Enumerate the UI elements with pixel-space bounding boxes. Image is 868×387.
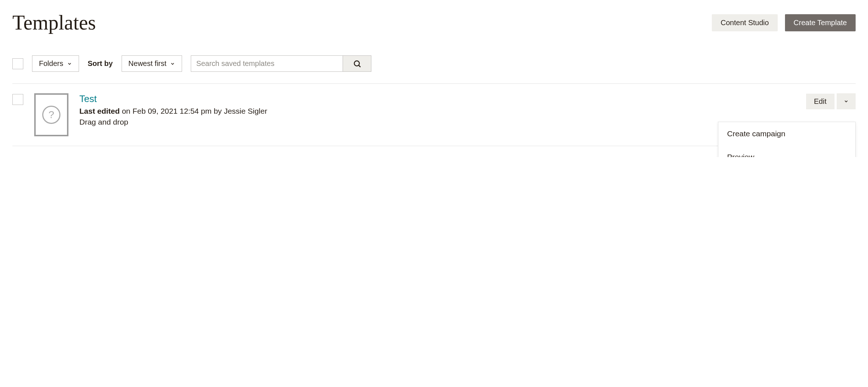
folders-select[interactable]: Folders — [32, 55, 79, 72]
search-icon — [353, 59, 362, 68]
folders-label: Folders — [39, 59, 63, 68]
template-row: ? Test Last edited on Feb 09, 2021 12:54… — [12, 84, 856, 146]
search-input[interactable] — [191, 55, 343, 72]
dropdown-item-preview[interactable]: Preview — [718, 145, 855, 157]
row-checkbox[interactable] — [12, 94, 23, 105]
content-studio-button[interactable]: Content Studio — [712, 14, 777, 31]
actions-dropdown: Create campaign Preview Export as HTML S… — [718, 122, 856, 157]
chevron-down-icon — [170, 61, 175, 66]
page-header: Templates Content Studio Create Template — [12, 11, 856, 34]
toolbar: Folders Sort by Newest first — [12, 55, 856, 84]
header-actions: Content Studio Create Template — [712, 14, 856, 31]
select-all-checkbox[interactable] — [12, 58, 23, 69]
search-group — [191, 55, 371, 72]
svg-line-1 — [359, 65, 360, 67]
dropdown-item-create-campaign[interactable]: Create campaign — [718, 122, 855, 145]
last-edited-value: on Feb 09, 2021 12:54 pm by Jessie Sigle… — [120, 107, 267, 115]
template-name-link[interactable]: Test — [79, 93, 856, 105]
chevron-down-icon — [67, 61, 72, 66]
sort-by-label: Sort by — [88, 59, 113, 68]
template-thumbnail[interactable]: ? — [34, 93, 68, 136]
page-title: Templates — [12, 11, 96, 34]
row-checkbox-wrap — [12, 93, 23, 105]
create-template-button[interactable]: Create Template — [785, 14, 856, 31]
template-meta: Last edited on Feb 09, 2021 12:54 pm by … — [79, 107, 856, 116]
search-button[interactable] — [343, 55, 371, 72]
chevron-down-icon — [844, 99, 849, 104]
edit-button[interactable]: Edit — [806, 94, 835, 109]
sort-value: Newest first — [129, 59, 166, 68]
last-edited-label: Last edited — [79, 107, 120, 115]
row-actions: Edit Create campaign Preview Export as H… — [806, 93, 856, 109]
more-actions-button[interactable] — [837, 93, 856, 109]
question-mark-icon: ? — [42, 106, 60, 124]
svg-point-0 — [354, 61, 359, 66]
sort-select[interactable]: Newest first — [122, 55, 182, 72]
